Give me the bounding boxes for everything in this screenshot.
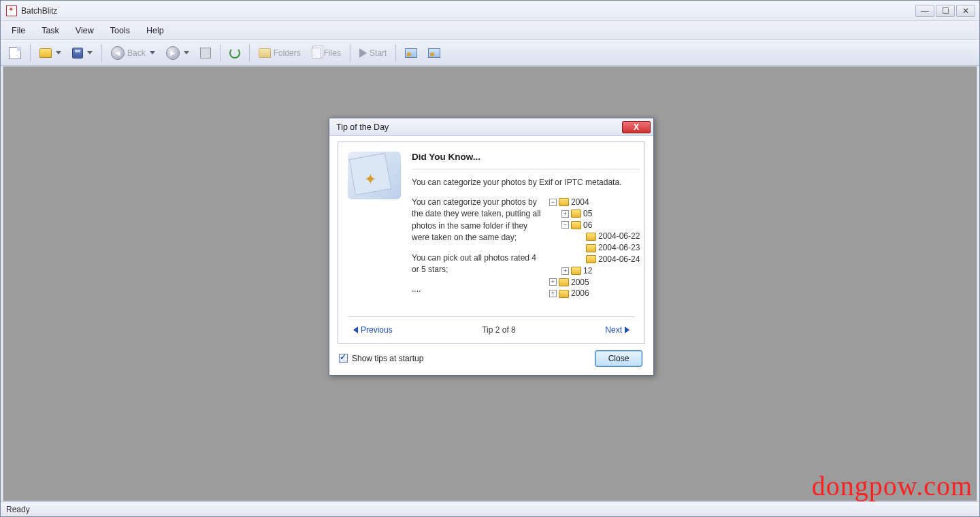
start-button[interactable]: Start: [355, 44, 391, 63]
refresh-icon: [229, 48, 240, 59]
tip-paragraph: You can categorize your photos by the da…: [412, 197, 541, 244]
folders-label: Folders: [274, 48, 301, 58]
folder-icon: [559, 198, 569, 206]
toolbar-separator: [249, 44, 250, 62]
tree-node[interactable]: +05: [549, 208, 640, 220]
up-icon: [200, 48, 211, 59]
picture-edit-icon: [428, 48, 440, 58]
tree-node[interactable]: +2006: [549, 288, 640, 299]
minimize-button[interactable]: —: [915, 5, 934, 17]
start-label: Start: [370, 48, 387, 58]
tip-body-text: You can categorize your photos by the da…: [412, 197, 541, 304]
folder-tree: −2004 +05 −06 2004-06-22 2004-06-23 2004…: [549, 197, 640, 304]
tip-of-the-day-dialog: Tip of the Day X Did You Know... You can…: [329, 118, 654, 376]
toolbar-separator: [101, 44, 102, 62]
folder-open-icon: [39, 48, 52, 58]
files-label: Files: [324, 48, 341, 58]
picture-button-2[interactable]: [424, 44, 444, 63]
show-tips-label: Show tips at startup: [352, 354, 423, 363]
back-button[interactable]: ◄Back: [107, 44, 159, 63]
toolbar-separator: [395, 44, 396, 62]
files-button[interactable]: Files: [308, 44, 345, 63]
folder-icon: [571, 210, 581, 218]
divider: [412, 169, 640, 169]
toolbar: ◄Back ► Folders Files Start: [1, 40, 979, 66]
menu-help[interactable]: Help: [140, 24, 171, 37]
folders-button[interactable]: Folders: [255, 44, 305, 63]
dropdown-icon: [56, 51, 61, 54]
triangle-right-icon: [625, 327, 630, 333]
next-tip-link[interactable]: Next: [605, 325, 630, 335]
dropdown-icon: [150, 51, 155, 54]
client-area: Tip of the Day X Did You Know... You can…: [3, 66, 977, 501]
toolbar-separator: [350, 44, 350, 62]
folder-icon: [571, 221, 581, 229]
close-window-button[interactable]: ✕: [956, 5, 975, 17]
document-icon: [9, 47, 21, 59]
close-button[interactable]: Close: [595, 350, 642, 367]
tip-nav: Previous Tip 2 of 8 Next: [348, 316, 635, 337]
dropdown-icon: [184, 51, 189, 54]
folder-icon: [571, 267, 581, 275]
expand-icon[interactable]: +: [549, 278, 557, 286]
tree-node[interactable]: 2004-06-24: [549, 254, 640, 265]
menu-file[interactable]: File: [5, 24, 32, 37]
save-button[interactable]: [68, 44, 97, 63]
tip-summary: You can categorize your photos by Exif o…: [412, 178, 640, 187]
back-arrow-icon: ◄: [111, 46, 125, 60]
collapse-icon[interactable]: −: [549, 199, 557, 206]
new-button[interactable]: [5, 44, 25, 63]
forward-button[interactable]: ►: [162, 44, 193, 63]
toolbar-separator: [30, 44, 31, 62]
toolbar-separator: [220, 44, 220, 62]
dropdown-icon: [87, 51, 93, 54]
tip-illustration-icon: [348, 152, 401, 199]
play-icon: [359, 48, 367, 58]
dialog-titlebar: Tip of the Day X: [329, 118, 653, 136]
tree-node[interactable]: −06: [549, 220, 640, 231]
menubar: File Task View Tools Help: [1, 21, 979, 40]
folder-icon: [259, 48, 271, 58]
statusbar: Ready: [1, 501, 979, 516]
folder-icon: [586, 233, 596, 241]
titlebar: BatchBlitz — ☐ ✕: [1, 1, 979, 21]
menu-tools[interactable]: Tools: [103, 24, 137, 37]
folder-icon: [559, 290, 569, 298]
refresh-button[interactable]: [225, 44, 244, 63]
up-button[interactable]: [196, 44, 215, 63]
back-label: Back: [127, 48, 146, 58]
picture-icon: [405, 48, 417, 58]
expand-icon[interactable]: +: [549, 290, 557, 297]
menu-view[interactable]: View: [69, 24, 101, 37]
tip-paragraph: ....: [412, 284, 541, 295]
tree-node[interactable]: +12: [549, 265, 640, 277]
collapse-icon[interactable]: −: [561, 221, 569, 229]
folder-icon: [586, 255, 596, 263]
main-window: BatchBlitz — ☐ ✕ File Task View Tools He…: [0, 0, 980, 517]
tip-paragraph: You can pick out all photos rated 4 or 5…: [412, 252, 541, 276]
dialog-footer: Show tips at startup Close: [338, 344, 645, 368]
previous-tip-link[interactable]: Previous: [353, 325, 393, 335]
tree-node[interactable]: 2004-06-22: [549, 231, 640, 242]
tip-panel: Did You Know... You can categorize your …: [338, 141, 645, 344]
tree-node[interactable]: +2005: [549, 277, 640, 288]
show-tips-checkbox[interactable]: [339, 354, 348, 363]
files-icon: [312, 48, 321, 59]
app-title: BatchBlitz: [21, 6, 57, 16]
maximize-button[interactable]: ☐: [936, 5, 955, 17]
folder-icon: [586, 244, 596, 252]
dialog-close-button[interactable]: X: [622, 121, 651, 133]
expand-icon[interactable]: +: [561, 210, 569, 218]
tree-node[interactable]: −2004: [549, 197, 640, 208]
folder-icon: [559, 278, 569, 286]
tip-counter: Tip 2 of 8: [482, 325, 516, 335]
open-button[interactable]: [35, 44, 65, 63]
tree-node[interactable]: 2004-06-23: [549, 242, 640, 254]
disk-icon: [72, 48, 83, 59]
watermark-text: dongpow.com: [812, 470, 973, 502]
triangle-left-icon: [353, 327, 358, 333]
menu-task[interactable]: Task: [35, 24, 66, 37]
picture-button-1[interactable]: [401, 44, 421, 63]
forward-arrow-icon: ►: [166, 46, 180, 60]
expand-icon[interactable]: +: [561, 267, 569, 275]
